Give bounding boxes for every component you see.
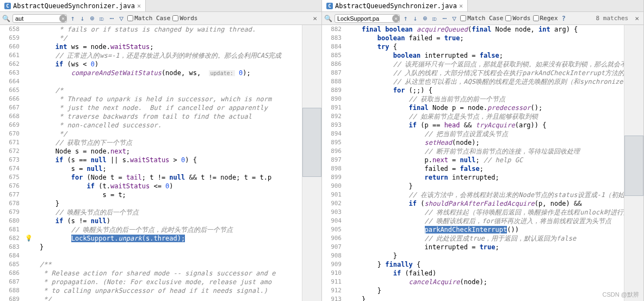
code-line[interactable]: final boolean acquireQueued(final Node n… bbox=[346, 25, 624, 34]
regex-checkbox[interactable]: Regex bbox=[533, 15, 558, 22]
code-line[interactable]: for (Node t = tail; t != null && t != no… bbox=[24, 173, 302, 182]
minimap-thumb[interactable] bbox=[624, 136, 643, 196]
code-line[interactable]: failed = false; bbox=[346, 164, 624, 173]
code-line[interactable]: // 将线程挂起（等待唤醒后返回，唤醒操作是在线程unlock时进行的） bbox=[346, 208, 624, 217]
code-line[interactable]: boolean failed = true; bbox=[346, 34, 624, 42]
clear-icon[interactable]: × bbox=[392, 15, 400, 22]
search-input[interactable] bbox=[13, 14, 67, 23]
code-line[interactable]: * traverse backwards from tail to find t… bbox=[24, 112, 302, 121]
close-icon[interactable]: × bbox=[137, 2, 141, 10]
code-line[interactable]: p.next = null; // help GC bbox=[346, 156, 624, 164]
code-line[interactable]: s = null; bbox=[24, 164, 302, 173]
minimap-right[interactable] bbox=[624, 25, 643, 301]
code-line[interactable]: } bbox=[24, 199, 302, 208]
code-line[interactable]: /** bbox=[24, 260, 302, 269]
prev-icon[interactable]: ↑ bbox=[402, 14, 410, 22]
code-line[interactable]: // 获取节点的下一个节点 bbox=[24, 138, 302, 147]
code-line[interactable]: if (failed) bbox=[346, 269, 624, 278]
code-line[interactable]: // 唤醒头节点的后一个节点 bbox=[24, 208, 302, 217]
filter-icon[interactable]: ⎄ bbox=[98, 14, 106, 22]
search-input[interactable] bbox=[335, 14, 400, 23]
filter-icon[interactable]: ⎄ bbox=[431, 14, 438, 22]
prev-icon[interactable]: ↑ bbox=[69, 14, 77, 22]
code-line[interactable]: setHead(node); bbox=[346, 138, 624, 147]
code-line[interactable]: * to calling unparkSuccessor of head if … bbox=[24, 286, 302, 295]
code-body[interactable]: final boolean acquireQueued(final Node n… bbox=[346, 25, 624, 301]
code-line[interactable]: if (t.waitStatus <= 0) bbox=[24, 182, 302, 191]
code-line[interactable]: */ bbox=[24, 130, 302, 138]
code-line[interactable] bbox=[24, 77, 302, 86]
code-line[interactable]: compareAndSetWaitStatus(node, ws, update… bbox=[24, 69, 302, 77]
tab-file-left[interactable]: C AbstractQueuedSynchronizer.java × bbox=[0, 0, 146, 11]
code-line[interactable]: } bbox=[346, 295, 624, 301]
words-checkbox[interactable]: Words bbox=[172, 15, 197, 22]
minimap-left[interactable] bbox=[302, 25, 321, 301]
search-icon[interactable]: 🔍 bbox=[324, 15, 332, 22]
code-line[interactable]: } bbox=[346, 251, 624, 260]
code-line[interactable]: if (s != null) bbox=[24, 217, 302, 225]
close-search-icon[interactable]: × bbox=[311, 14, 319, 22]
close-search-icon[interactable]: × bbox=[633, 14, 641, 22]
match-case-checkbox[interactable]: Match Case bbox=[127, 15, 170, 22]
code-line[interactable]: /* bbox=[24, 86, 302, 95]
code-line[interactable]: try { bbox=[346, 42, 624, 51]
code-line[interactable]: */ bbox=[24, 295, 302, 301]
code-line[interactable]: final Node p = node.predecessor(); bbox=[346, 103, 624, 112]
funnel-icon[interactable]: ▽ bbox=[117, 14, 125, 22]
code-line[interactable]: return interrupted; bbox=[346, 173, 624, 182]
code-line[interactable]: // 如果前节点是头节点，并且能够获取到锁 bbox=[346, 112, 624, 121]
close-icon[interactable]: × bbox=[459, 2, 463, 10]
code-line[interactable]: if (ws < 0) bbox=[24, 60, 302, 69]
code-line[interactable]: cancelAcquire(node); bbox=[346, 278, 624, 286]
code-line[interactable]: // 该死循环只有一个返回点，那就是获取到锁。如果没有获取到锁，那么就会不断的循… bbox=[346, 60, 624, 69]
code-line[interactable]: * just the next node. But if cancelled o… bbox=[24, 103, 302, 112]
code-line[interactable]: // 在该方法中，会将线程封装出来的Node节点的status设置成-1（初始值… bbox=[346, 191, 624, 199]
add-icon[interactable]: ⊕ bbox=[89, 14, 96, 22]
code-line[interactable]: * Release action for shared mode -- sign… bbox=[24, 269, 302, 278]
search-icon[interactable]: 🔍 bbox=[2, 15, 10, 22]
code-line[interactable] bbox=[24, 251, 302, 260]
code-line[interactable]: * fails or if status is changed by waiti… bbox=[24, 25, 302, 34]
code-line[interactable]: * Thread to unpark is held in successor,… bbox=[24, 95, 302, 103]
code-line[interactable]: if (shouldParkAfterFailedAcquire(p, node… bbox=[346, 199, 624, 208]
code-line[interactable]: // 唤醒头节点的后一个节点，此时头节点的后一个节点 bbox=[24, 225, 302, 234]
code-line[interactable]: // 唤醒该线程后，for循环再次进入，将当前线程设置为头节点 bbox=[346, 217, 624, 225]
more-icon[interactable]: ⋯ bbox=[108, 14, 115, 22]
more-icon[interactable]: ⋯ bbox=[441, 14, 448, 22]
help-icon[interactable]: ? bbox=[560, 15, 567, 22]
code-line[interactable]: } bbox=[24, 243, 302, 251]
code-line[interactable]: * non-cancelled successor. bbox=[24, 121, 302, 130]
code-line[interactable]: */ bbox=[24, 34, 302, 42]
code-line[interactable]: // 此处设置成true，用于返回，默认返回为false bbox=[346, 234, 624, 243]
code-line[interactable]: if (s == null || s.waitStatus > 0) { bbox=[24, 156, 302, 164]
code-line[interactable]: int ws = node.waitStatus; bbox=[24, 42, 302, 51]
code-line[interactable]: // 断开前节点和当前节点的连接，等待垃圾回收处理 bbox=[346, 147, 624, 156]
match-case-checkbox[interactable]: Match Case bbox=[460, 15, 503, 22]
code-line[interactable]: 💡 LockSupport.unpark(s.thread); bbox=[24, 234, 302, 243]
code-line[interactable]: // 获取当当前节点的前一个节点 bbox=[346, 95, 624, 103]
code-line[interactable]: } bbox=[346, 182, 624, 191]
code-body[interactable]: * fails or if status is changed by waiti… bbox=[24, 25, 302, 301]
code-line[interactable]: // 入队的线程，大部分情况下线程会在执行parkAndCheckInterru… bbox=[346, 69, 624, 77]
code-line[interactable]: * propagation. (Note: For exclusive mode… bbox=[24, 278, 302, 286]
code-line[interactable]: interrupted = true; bbox=[346, 243, 624, 251]
clear-icon[interactable]: × bbox=[59, 15, 67, 22]
next-icon[interactable]: ↓ bbox=[412, 14, 419, 22]
code-line[interactable]: // 从这里也可以看出，AQS唤醒的线程是先进先唤醒的原则（和synchroni… bbox=[346, 77, 624, 86]
bulb-icon[interactable]: 💡 bbox=[25, 234, 33, 243]
code-line[interactable]: // 把当前节点设置成头节点 bbox=[346, 130, 624, 138]
code-line[interactable]: parkAndCheckInterrupt()) bbox=[346, 225, 624, 234]
tab-file-right[interactable]: C AbstractQueuedSynchronizer.java × bbox=[322, 0, 468, 11]
words-checkbox[interactable]: Words bbox=[505, 15, 530, 22]
code-line[interactable]: for (;;) { bbox=[346, 86, 624, 95]
add-icon[interactable]: ⊕ bbox=[422, 14, 429, 22]
next-icon[interactable]: ↓ bbox=[79, 14, 86, 22]
code-area-left[interactable]: 6586596606616626636646656666676686696706… bbox=[0, 25, 321, 301]
code-line[interactable]: boolean interrupted = false; bbox=[346, 51, 624, 60]
code-line[interactable]: Node s = node.next; bbox=[24, 147, 302, 156]
code-line[interactable]: // 正常进入的ws=-1，还是存放进入队列的时候修改的。那么会利用CAS完成 bbox=[24, 51, 302, 60]
code-line[interactable]: } bbox=[346, 286, 624, 295]
code-line[interactable]: if (p == head && tryAcquire(arg)) { bbox=[346, 121, 624, 130]
code-line[interactable]: } finally { bbox=[346, 260, 624, 269]
minimap-thumb[interactable] bbox=[302, 108, 321, 177]
